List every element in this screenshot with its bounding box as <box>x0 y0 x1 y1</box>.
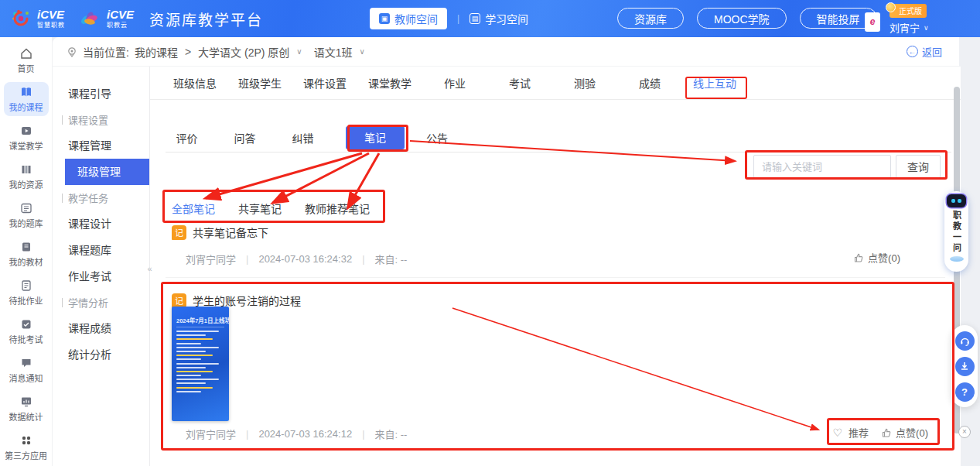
thumbnail-title: 2024年7月1日上线功能 <box>176 316 224 327</box>
menu-item-class-management[interactable]: 班级管理 <box>65 159 149 185</box>
cert-doc-icon[interactable]: e <box>865 12 880 32</box>
heart-icon: ♡ <box>833 427 843 439</box>
note-title[interactable]: 学生的账号注销的过程 <box>193 293 301 308</box>
rail-label: 消息通知 <box>9 372 43 384</box>
download-button[interactable] <box>955 357 975 376</box>
rail-label: 待批考试 <box>9 333 43 345</box>
like-button[interactable]: 点赞(0) <box>853 250 900 265</box>
homework-icon <box>20 279 32 292</box>
assistant-widget[interactable]: 职教一问 <box>944 191 968 272</box>
mooc-academy-button[interactable]: MOOC学院 <box>697 8 787 29</box>
statistics-icon <box>20 396 32 408</box>
rail-label: 首页 <box>18 62 35 74</box>
subtab-notes[interactable]: 笔记 <box>346 126 405 149</box>
subtab-evaluation[interactable]: 评价 <box>158 130 216 146</box>
book-icon <box>20 86 32 98</box>
message-icon <box>20 357 32 369</box>
rail-label: 我的教材 <box>9 255 43 268</box>
like-count: 点赞(0) <box>868 250 900 265</box>
interaction-subtabs: 评价 问答 纠错 笔记 公告 <box>158 122 460 153</box>
rail-item-pending-homework[interactable]: 待批作业 <box>4 276 49 310</box>
subtab-announcement[interactable]: 公告 <box>414 130 460 146</box>
menu-item-course-question-bank[interactable]: 课程题库 <box>53 237 149 263</box>
rail-item-my-resources[interactable]: 我的资源 <box>4 159 49 194</box>
help-button[interactable]: ? <box>955 382 975 402</box>
rail-label: 我的资源 <box>9 178 43 190</box>
note-time: 2024-07-03 16:24:12 <box>258 428 352 440</box>
rail-item-message-notifications[interactable]: 消息通知 <box>4 353 49 387</box>
version-badge: 正式版 <box>890 4 927 18</box>
rail-item-third-party-apps[interactable]: 第三方应用 <box>4 430 49 464</box>
rail-label: 第三方应用 <box>5 449 47 461</box>
subtab-qa[interactable]: 问答 <box>216 130 274 146</box>
rail-item-home[interactable]: 首页 <box>4 43 49 77</box>
menu-collapse-handle[interactable]: « <box>144 257 155 280</box>
thumbnail-text-lines <box>176 331 224 392</box>
note-meta: 刘宵宁同学 | 2024-07-03 16:24:12 | 来自: -- <box>186 427 407 441</box>
menu-item-statistics-analysis[interactable]: 统计分析 <box>53 341 149 368</box>
breadcrumb-my-courses[interactable]: 我的课程 <box>135 44 178 60</box>
note-source: 来自: -- <box>375 427 408 441</box>
filter-shared-notes[interactable]: 共享笔记 <box>238 197 282 220</box>
tab-courseware-settings[interactable]: 课件设置 <box>292 67 357 99</box>
filter-all-notes[interactable]: 全部笔记 <box>172 197 215 220</box>
location-pin-icon <box>67 46 77 57</box>
class-tabs: 班级信息 班级学生 课件设置 课堂教学 作业 考试 测验 成绩 线上互动 <box>162 67 747 99</box>
customer-service-button[interactable] <box>955 331 975 351</box>
filter-teacher-recommended-notes[interactable]: 教师推荐笔记 <box>305 197 370 220</box>
menu-item-homework-exam[interactable]: 作业考试 <box>53 263 149 290</box>
meta-separator: | <box>362 253 364 265</box>
menu-item-course-management[interactable]: 课程管理 <box>53 132 149 159</box>
resource-library-button[interactable]: 资源库 <box>617 8 684 29</box>
back-arrow-icon: ← <box>907 46 918 57</box>
menu-section-teaching-tasks: 教学任务 <box>53 185 149 211</box>
download-icon <box>959 361 970 372</box>
rail-item-my-courses[interactable]: 我的课程 <box>4 82 49 116</box>
menu-item-course-design[interactable]: 课程设计 <box>53 211 149 237</box>
query-button[interactable]: 查询 <box>896 155 941 178</box>
breadcrumb-location-label: 当前位置: <box>83 44 129 60</box>
floating-toolbar: ? <box>951 325 978 407</box>
back-button[interactable]: ← 返回 <box>907 44 942 59</box>
list-divider <box>166 277 945 278</box>
tab-class-students[interactable]: 班级学生 <box>227 67 292 99</box>
rail-item-data-statistics[interactable]: 数据统计 <box>4 392 49 426</box>
user-menu[interactable]: 刘宵宁 ∨ <box>890 20 929 35</box>
header-quick-links: 资源库 MOOC学院 智能投屏 <box>617 8 877 29</box>
tab-class-info[interactable]: 班级信息 <box>162 67 227 99</box>
recommend-button[interactable]: ♡ 推荐 <box>833 425 869 440</box>
rail-item-classroom-teaching[interactable]: 课堂教学 <box>4 121 49 155</box>
brand2-name: iCVE <box>107 9 134 20</box>
brand-name: iCVE <box>37 9 65 20</box>
rail-item-my-textbooks[interactable]: 我的教材 <box>4 237 49 271</box>
menu-item-course-grades[interactable]: 课程成绩 <box>53 315 149 341</box>
like-button[interactable]: 点赞(0) <box>881 425 928 440</box>
note-source: 来自: -- <box>375 252 408 266</box>
close-widget-button[interactable]: × <box>958 426 971 438</box>
teacher-space-button[interactable]: ▣ 教师空间 <box>370 8 447 29</box>
tab-quiz[interactable]: 测验 <box>552 67 617 99</box>
tab-exam[interactable]: 考试 <box>487 67 552 99</box>
menu-section-course-settings: 课程设置 <box>53 107 149 132</box>
icve-zhijiaoyun-logo-icon <box>79 9 101 29</box>
breadcrumb-class-select[interactable]: 语文1班 <box>314 44 353 60</box>
tab-grades[interactable]: 成绩 <box>617 67 682 99</box>
rail-item-pending-exams[interactable]: 待批考试 <box>4 314 49 348</box>
thumbs-up-icon <box>881 427 892 438</box>
menu-item-course-guide[interactable]: 课程引导 <box>53 81 149 107</box>
play-video-icon <box>20 125 32 137</box>
recommend-label: 推荐 <box>849 425 869 440</box>
tab-online-interaction[interactable]: 线上互动 <box>682 67 747 99</box>
keyword-search-input[interactable] <box>753 155 891 178</box>
tab-homework[interactable]: 作业 <box>422 67 487 99</box>
breadcrumb-course-select[interactable]: 大学语文 (2P) 原创 <box>198 44 289 60</box>
subtab-correction[interactable]: 纠错 <box>274 130 332 146</box>
icve-smart-edu-logo-icon <box>11 9 31 29</box>
note-meta: 刘宵宁同学 | 2024-07-03 16:24:32 | 来自: -- <box>186 252 407 266</box>
tab-classroom-teaching[interactable]: 课堂教学 <box>357 67 422 99</box>
learning-space-icon: ▤ <box>470 13 480 24</box>
note-attachment-thumbnail[interactable]: 2024年7月1日上线功能 <box>172 307 229 421</box>
note-title[interactable]: 共享笔记备忘下 <box>193 224 268 240</box>
learning-space-button[interactable]: ▤ 学习空间 <box>470 11 528 26</box>
rail-item-my-question-bank[interactable]: 我的题库 <box>4 198 49 232</box>
